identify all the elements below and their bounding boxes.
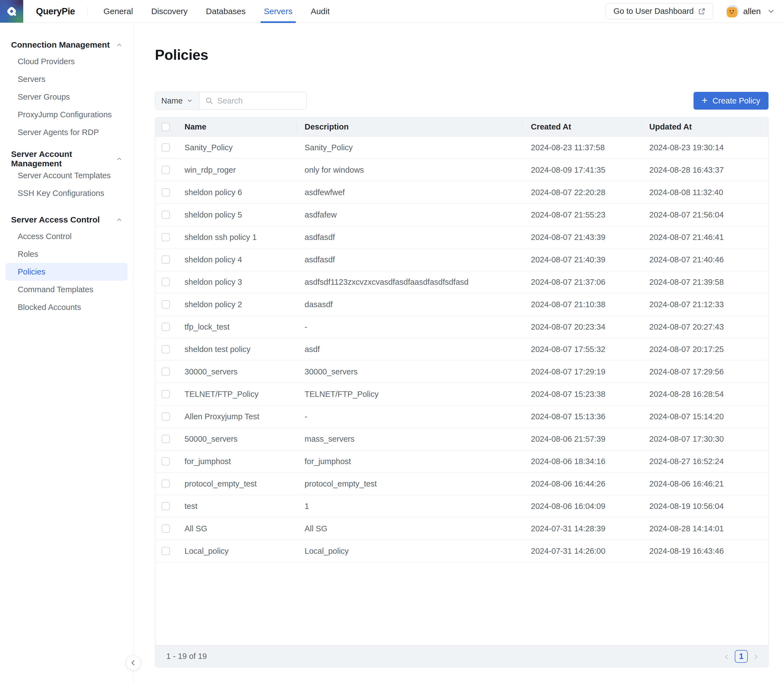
nav-tab-databases[interactable]: Databases (206, 0, 245, 23)
sidebar-item-command-templates[interactable]: Command Templates (6, 281, 128, 298)
nav-tab-audit[interactable]: Audit (311, 0, 330, 23)
dashboard-button-label: Go to User Dashboard (613, 6, 694, 16)
table-row[interactable]: TELNET/FTP_PolicyTELNET/FTP_Policy2024-0… (155, 383, 768, 406)
row-checkbox[interactable] (162, 233, 170, 241)
row-spacer (762, 249, 768, 271)
cell-name: sheldon policy 6 (176, 188, 296, 197)
search-input[interactable] (217, 96, 301, 106)
table-row[interactable]: All SGAll SG2024-07-31 14:28:392024-08-2… (155, 518, 768, 540)
avatar[interactable] (726, 5, 739, 18)
row-checkbox[interactable] (162, 278, 170, 286)
row-checkbox[interactable] (162, 502, 170, 510)
table-row[interactable]: win_rdp_rogeronly for windows2024-08-09 … (155, 159, 768, 181)
row-checkbox[interactable] (162, 143, 170, 152)
cell-name: TELNET/FTP_Policy (176, 390, 296, 399)
search-filter: Name (155, 92, 307, 110)
table-row[interactable]: sheldon test policyasdf2024-08-07 17:55:… (155, 338, 768, 361)
row-checkbox[interactable] (162, 435, 170, 443)
row-checkbox[interactable] (162, 367, 170, 376)
chevron-up-icon (116, 42, 123, 48)
querypie-logo[interactable] (0, 0, 23, 23)
table-row[interactable]: tfp_lock_test-2024-08-07 20:23:342024-08… (155, 316, 768, 338)
nav-tab-servers[interactable]: Servers (264, 0, 293, 23)
header-spacer (762, 118, 768, 136)
row-checkbox[interactable] (162, 166, 170, 174)
table-row[interactable]: Sanity_PolicySanity_Policy2024-08-23 11:… (155, 136, 768, 159)
table-row[interactable]: sheldon policy 2dasasdf2024-08-07 21:10:… (155, 293, 768, 316)
cell-description: asdfafew (296, 210, 523, 220)
cell-updated-at: 2024-08-28 16:28:54 (642, 390, 762, 399)
nav-tab-discovery[interactable]: Discovery (151, 0, 188, 23)
create-policy-button[interactable]: + Create Policy (694, 92, 769, 110)
row-checkbox[interactable] (162, 188, 170, 197)
row-checkbox[interactable] (162, 457, 170, 465)
row-checkbox[interactable] (162, 211, 170, 219)
sidebar-section-header-server-access-control[interactable]: Server Access Control (0, 212, 133, 228)
main-content: Policies Name (133, 23, 784, 683)
cell-created-at: 2024-08-07 17:55:32 (523, 345, 642, 354)
sidebar-item-policies[interactable]: Policies (6, 263, 128, 281)
pagination-page-current[interactable]: 1 (735, 650, 748, 663)
chevron-down-icon (186, 98, 193, 104)
sidebar-collapse-button[interactable] (126, 655, 141, 670)
go-to-user-dashboard-button[interactable]: Go to User Dashboard (606, 3, 713, 19)
row-checkbox[interactable] (162, 547, 170, 555)
sidebar-item-server-agents-for-rdp[interactable]: Server Agents for RDP (6, 123, 128, 141)
table-row[interactable]: Local_policyLocal_policy2024-07-31 14:26… (155, 540, 768, 562)
row-checkbox[interactable] (162, 345, 170, 353)
sidebar-item-servers[interactable]: Servers (6, 70, 128, 88)
row-checkbox[interactable] (162, 300, 170, 309)
cell-name: All SG (176, 524, 296, 533)
table-row[interactable]: Allen Proxyjump Test-2024-08-07 15:13:36… (155, 406, 768, 428)
table-row[interactable]: for_jumphostfor_jumphost2024-08-06 18:34… (155, 450, 768, 473)
table-row[interactable]: sheldon policy 5asdfafew2024-08-07 21:55… (155, 204, 768, 226)
cell-updated-at: 2024-08-19 16:43:46 (642, 547, 762, 556)
sidebar-item-server-account-templates[interactable]: Server Account Templates (6, 167, 128, 184)
cell-created-at: 2024-08-09 17:41:35 (523, 165, 642, 175)
cell-description: TELNET/FTP_Policy (296, 390, 523, 399)
sidebar-item-cloud-providers[interactable]: Cloud Providers (6, 53, 128, 70)
table-row[interactable]: test12024-08-06 16:04:092024-08-19 10:56… (155, 495, 768, 518)
cell-name: sheldon policy 2 (176, 300, 296, 309)
user-menu-chevron-down-icon[interactable] (767, 7, 775, 16)
username[interactable]: allen (743, 6, 761, 16)
pagination-prev-icon[interactable]: ‹ (724, 651, 729, 662)
table-row[interactable]: sheldon ssh policy 1asdfasdf2024-08-07 2… (155, 226, 768, 249)
cell-updated-at: 2024-08-07 21:39:58 (642, 277, 762, 287)
cell-description: Local_policy (296, 547, 523, 556)
sidebar-item-blocked-accounts[interactable]: Blocked Accounts (6, 298, 128, 316)
sidebar-item-access-control[interactable]: Access Control (6, 228, 128, 245)
cell-description: asdfasdf (296, 233, 523, 242)
pagination-next-icon[interactable]: › (754, 651, 758, 662)
nav-tab-general[interactable]: General (104, 0, 133, 23)
table-row[interactable]: sheldon policy 3asdfsdf1123zxcvzxcvasdfa… (155, 271, 768, 293)
controls-row: Name + Create Policy (155, 92, 768, 110)
cell-description: mass_servers (296, 434, 523, 444)
table-row[interactable]: 30000_servers30000_servers2024-08-07 17:… (155, 361, 768, 383)
sidebar-item-ssh-key-configurations[interactable]: SSH Key Configurations (6, 184, 128, 202)
table-row[interactable]: sheldon policy 4asdfasdf2024-08-07 21:40… (155, 249, 768, 271)
row-spacer (762, 540, 768, 562)
row-spacer (762, 383, 768, 405)
chevron-up-icon (116, 216, 123, 223)
row-spacer (762, 450, 768, 472)
row-checkbox[interactable] (162, 255, 170, 264)
sidebar-item-server-groups[interactable]: Server Groups (6, 88, 128, 106)
sidebar-item-proxyjump-configurations[interactable]: ProxyJump Configurations (6, 106, 128, 123)
table-row[interactable]: sheldon policy 6asdfewfwef2024-08-07 22:… (155, 181, 768, 204)
row-checkbox[interactable] (162, 323, 170, 331)
table-row[interactable]: 50000_serversmass_servers2024-08-06 21:5… (155, 428, 768, 450)
sidebar-section-header-connection-management[interactable]: Connection Management (0, 37, 133, 53)
select-all-checkbox[interactable] (162, 123, 170, 131)
row-checkbox[interactable] (162, 390, 170, 398)
sidebar-section-header-server-account-management[interactable]: Server Account Management (0, 151, 133, 167)
row-checkbox[interactable] (162, 524, 170, 533)
row-spacer (762, 473, 768, 495)
row-checkbox[interactable] (162, 412, 170, 421)
filter-field-dropdown[interactable]: Name (155, 92, 200, 109)
row-checkbox[interactable] (162, 479, 170, 488)
table-row[interactable]: protocol_empty_testprotocol_empty_test20… (155, 473, 768, 495)
sidebar-section-title: Server Account Management (11, 149, 116, 168)
cell-updated-at: 2024-08-06 16:46:21 (642, 479, 762, 489)
sidebar-item-roles[interactable]: Roles (6, 245, 128, 263)
